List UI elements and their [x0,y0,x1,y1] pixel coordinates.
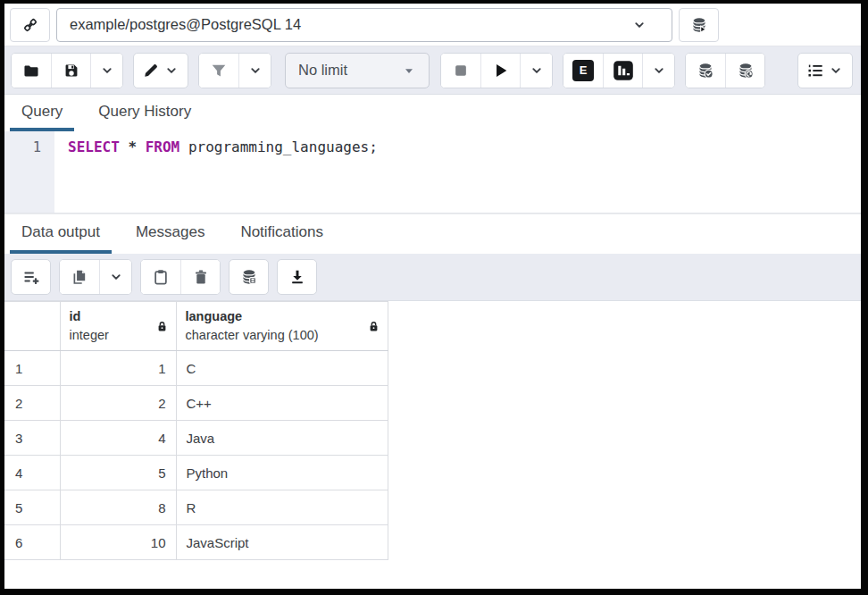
explain-letter: E [580,63,588,77]
explain-button[interactable]: E [563,54,603,88]
row-number-cell[interactable]: 5 [4,490,60,525]
transaction-button-group [685,53,765,88]
explain-analyze-button[interactable] [603,54,642,88]
row-number-cell[interactable]: 4 [4,456,60,490]
column-name: id [70,307,109,326]
paste-clipboard-icon [153,269,169,285]
save-options-dropdown-button[interactable] [90,54,122,88]
new-connection-button[interactable] [679,8,719,42]
lock-icon [368,321,380,332]
tab-messages[interactable]: Messages [124,214,216,254]
language-cell[interactable]: C++ [176,386,388,421]
query-tool-connection-button[interactable] [10,8,50,42]
tab-notifications-label: Notifications [240,223,323,241]
editor-tabbar: Query Query History [4,95,861,131]
language-cell[interactable]: Java [176,421,388,456]
execute-play-icon [493,63,509,79]
tab-query-history-label: Query History [98,103,191,121]
execute-button-group [440,53,553,88]
edit-dropdown-button[interactable] [133,53,188,88]
connection-selector[interactable]: example/postgres@PostgreSQL 14 [56,8,672,42]
table-row: 3 4 Java [4,421,388,456]
delete-row-button[interactable] [180,260,220,294]
chevron-down-icon [632,18,647,32]
paste-delete-button-group [140,259,221,295]
dropdown-caret-icon [402,63,416,78]
download-results-button[interactable] [277,259,317,295]
explain-icon: E [572,60,594,81]
filter-options-dropdown-button[interactable] [238,54,271,88]
save-file-button[interactable] [51,54,90,88]
execute-query-button[interactable] [480,54,520,88]
language-cell[interactable]: C [176,351,388,386]
rollback-database-undo-icon [738,63,754,79]
language-cell[interactable]: JavaScript [176,525,388,560]
id-cell[interactable]: 10 [60,525,176,560]
row-number-cell[interactable]: 3 [4,421,60,456]
paste-button[interactable] [141,260,180,294]
explain-button-group: E [563,53,675,88]
open-file-folder-icon [23,63,39,79]
edit-pencil-icon [143,63,159,79]
row-limit-select[interactable]: No limit [285,53,430,88]
download-icon [289,269,305,285]
add-row-button[interactable] [11,259,51,295]
sql-editor: 1 SELECT * FROM programming_languages; [4,131,861,214]
sql-keyword: FROM [146,138,180,155]
copy-icon [71,269,88,285]
id-cell[interactable]: 4 [60,421,176,456]
id-cell[interactable]: 2 [60,386,176,421]
sql-keyword: SELECT [68,138,120,155]
chevron-down-icon [100,63,114,78]
row-number-cell[interactable]: 2 [4,386,60,421]
copy-options-dropdown-button[interactable] [99,260,131,294]
line-number: 1 [33,139,41,155]
chevron-down-icon [530,63,544,78]
save-data-database-icon [241,269,257,285]
save-data-changes-button[interactable] [229,259,269,295]
id-cell[interactable]: 1 [60,351,176,386]
column-header-id[interactable]: id integer [60,302,176,351]
explain-options-dropdown-button[interactable] [642,54,674,88]
sql-code-area[interactable]: SELECT * FROM programming_languages; [54,131,861,213]
editor-gutter: 1 [4,131,54,213]
chevron-down-icon [248,63,263,78]
tab-data-output[interactable]: Data output [10,214,112,254]
column-name: language [186,307,319,326]
copy-button[interactable] [60,260,99,294]
execute-options-dropdown-button[interactable] [520,54,552,88]
tab-query-history[interactable]: Query History [87,95,203,131]
id-cell[interactable]: 5 [60,456,176,490]
id-cell[interactable]: 8 [60,490,176,525]
column-type: integer [70,326,109,345]
tab-notifications[interactable]: Notifications [229,214,335,254]
language-cell[interactable]: R [176,490,388,525]
save-icon [63,63,79,79]
commit-button[interactable] [686,54,725,88]
table-row: 6 10 JavaScript [4,525,388,560]
column-type: character varying (100) [186,326,319,345]
grid-header-row: id integer language character varying (1… [4,302,388,351]
connection-plug-icon [22,17,38,33]
open-file-button[interactable] [12,54,51,88]
rollback-button[interactable] [725,54,764,88]
filter-button[interactable] [199,54,238,88]
connection-selector-value: example/postgres@PostgreSQL 14 [70,16,632,33]
output-tabbar: Data output Messages Notifications [4,214,861,254]
sql-star-operator: * [128,138,137,155]
tab-data-output-label: Data output [21,223,100,241]
grid-corner-header[interactable] [4,302,60,351]
chevron-down-icon [829,63,843,78]
column-header-language[interactable]: language character varying (100) [176,302,388,351]
cancel-query-button[interactable] [441,54,480,88]
chevron-down-icon [652,63,666,78]
pgadmin-query-tool-window: example/postgres@PostgreSQL 14 No limit [0,0,868,595]
row-number-cell[interactable]: 6 [4,525,60,560]
tab-messages-label: Messages [136,223,204,241]
language-cell[interactable]: Python [176,456,388,490]
macros-list-icon [807,63,823,79]
tab-query[interactable]: Query [10,95,74,131]
new-connection-database-icon [691,17,707,33]
macros-dropdown-button[interactable] [797,53,853,88]
row-number-cell[interactable]: 1 [4,351,60,386]
